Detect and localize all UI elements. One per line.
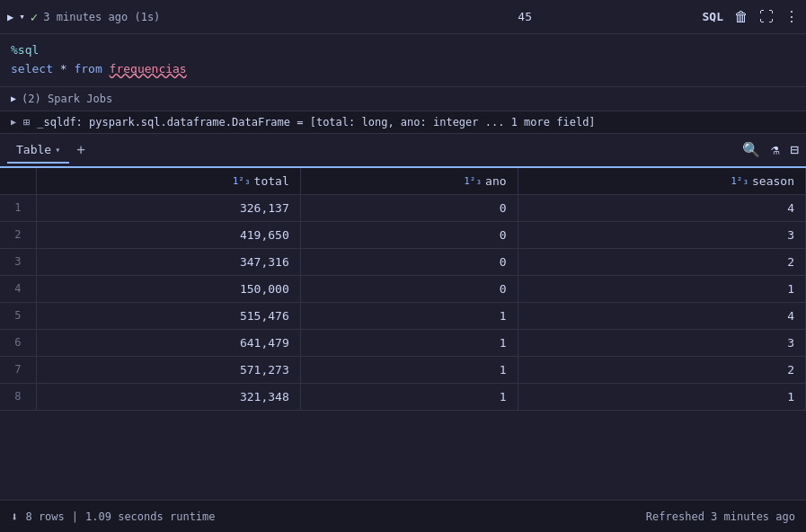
cell-season: 3: [518, 221, 805, 248]
run-button[interactable]: ▶: [7, 11, 13, 23]
code-star: *: [60, 62, 75, 75]
cell-total: 150,000: [36, 275, 300, 302]
row-index: 2: [0, 221, 36, 248]
cell-ano: 1: [300, 302, 518, 329]
footer-separator: |: [72, 510, 78, 523]
spark-jobs-arrow-icon: ▶: [11, 93, 16, 103]
table-row: 8321,34811: [0, 383, 806, 410]
row-index: 8: [0, 383, 36, 410]
cell-season: 2: [518, 356, 805, 383]
spark-jobs-row[interactable]: ▶ (2) Spark Jobs: [0, 87, 806, 111]
status-check-icon: ✓: [31, 10, 38, 24]
cell-ano: 1: [300, 383, 518, 410]
tab-chevron-icon[interactable]: ▾: [55, 145, 60, 155]
results-table: 1²₃ total 1²₃ ano 1²₃ season: [0, 168, 806, 411]
cell-total: 515,476: [36, 302, 300, 329]
runtime-text: 1.09 seconds runtime: [85, 510, 216, 523]
toolbar-left: ▶ ▾ ✓ 3 minutes ago (1s): [7, 10, 348, 24]
keyword-from: from: [74, 62, 102, 75]
schema-text: _sqldf: pyspark.sql.dataframe.DataFrame …: [37, 116, 595, 129]
table-row: 2419,65003: [0, 221, 806, 248]
schema-table-icon: ⊞: [23, 116, 30, 129]
row-index: 7: [0, 356, 36, 383]
total-type-icon: 1²₃: [233, 175, 251, 187]
code-editor[interactable]: %sql select * from frequencias: [0, 34, 806, 87]
delete-button[interactable]: 🗑: [734, 8, 748, 25]
table-name: frequencias: [110, 62, 187, 75]
spark-jobs-label: (2) Spark Jobs: [22, 93, 112, 105]
cell-total: 347,316: [36, 248, 300, 275]
row-index: 1: [0, 194, 36, 221]
row-index: 5: [0, 302, 36, 329]
table-row: 6641,47913: [0, 329, 806, 356]
row-index: 3: [0, 248, 36, 275]
season-col-header[interactable]: 1²₃ season: [518, 168, 805, 195]
cell-total: 419,650: [36, 221, 300, 248]
column-picker-button[interactable]: ⊟: [790, 141, 799, 158]
tab-bar-left: Table ▾ +: [7, 137, 742, 162]
season-col-label: season: [752, 174, 794, 188]
table-row: 1326,13704: [0, 194, 806, 221]
code-line-2: select * from frequencias: [11, 60, 795, 79]
cell-ano: 0: [300, 221, 518, 248]
tab-table-label: Table: [16, 143, 51, 156]
footer-left: ⬇ 8 rows | 1.09 seconds runtime: [11, 510, 216, 524]
cell-season: 3: [518, 329, 805, 356]
table-header-row: 1²₃ total 1²₃ ano 1²₃ season: [0, 168, 806, 195]
cell-total: 641,479: [36, 329, 300, 356]
cell-season: 1: [518, 383, 805, 410]
ano-col-label: ano: [485, 174, 506, 188]
add-tab-button[interactable]: +: [69, 141, 93, 158]
schema-info-bar: ▶ ⊞ _sqldf: pyspark.sql.dataframe.DataFr…: [0, 111, 806, 134]
cell-total: 326,137: [36, 194, 300, 221]
cell-ano: 0: [300, 194, 518, 221]
cell-ano: 1: [300, 356, 518, 383]
index-col-header: [0, 168, 36, 195]
cell-ano: 0: [300, 248, 518, 275]
language-badge: SQL: [703, 10, 723, 23]
season-type-icon: 1²₃: [731, 175, 748, 187]
tab-table[interactable]: Table ▾: [7, 137, 69, 164]
rows-count: 8 rows: [25, 510, 64, 523]
cell-season: 1: [518, 275, 805, 302]
table-row: 4150,00001: [0, 275, 806, 302]
cell-toolbar: ▶ ▾ ✓ 3 minutes ago (1s) 45 SQL 🗑 ⛶ ⋮: [0, 0, 806, 34]
cell-season: 4: [518, 302, 805, 329]
data-table-wrapper: 1²₃ total 1²₃ ano 1²₃ season: [0, 168, 806, 500]
ano-type-icon: 1²₃: [464, 175, 482, 187]
results-footer: ⬇ 8 rows | 1.09 seconds runtime Refreshe…: [0, 500, 806, 532]
ano-col-header[interactable]: 1²₃ ano: [300, 168, 518, 195]
cell-ano: 1: [300, 329, 518, 356]
table-row: 5515,47614: [0, 302, 806, 329]
tab-bar-right: 🔍 ⚗ ⊟: [742, 141, 799, 158]
cell-season: 4: [518, 194, 805, 221]
code-line-1: %sql: [11, 41, 795, 60]
cell-ano: 0: [300, 275, 518, 302]
table-row: 3347,31602: [0, 248, 806, 275]
footer-right: Refreshed 3 minutes ago: [646, 510, 795, 523]
total-col-label: total: [254, 174, 289, 188]
filter-results-button[interactable]: ⚗: [771, 141, 780, 158]
cell-number: 45: [355, 10, 695, 23]
magic-command: %sql: [11, 43, 39, 57]
run-chevron-button[interactable]: ▾: [19, 11, 25, 22]
cell-season: 2: [518, 248, 805, 275]
schema-arrow-icon: ▶: [11, 117, 16, 127]
expand-button[interactable]: ⛶: [759, 8, 774, 25]
row-index: 6: [0, 329, 36, 356]
keyword-select: select: [11, 62, 53, 75]
cell-total: 321,348: [36, 383, 300, 410]
table-body: 1326,137042419,650033347,316024150,00001…: [0, 194, 806, 410]
table-row: 7571,27312: [0, 356, 806, 383]
refreshed-text: Refreshed 3 minutes ago: [646, 510, 795, 523]
total-col-header[interactable]: 1²₃ total: [36, 168, 300, 195]
main-content: %sql select * from frequencias ▶ (2) Spa…: [0, 34, 806, 532]
row-index: 4: [0, 275, 36, 302]
cell-total: 571,273: [36, 356, 300, 383]
result-tab-bar: Table ▾ + 🔍 ⚗ ⊟: [0, 134, 806, 168]
cell-timestamp: 3 minutes ago (1s): [43, 11, 160, 23]
search-results-button[interactable]: 🔍: [742, 141, 760, 158]
more-options-button[interactable]: ⋮: [784, 8, 799, 25]
download-button[interactable]: ⬇: [11, 510, 18, 524]
toolbar-right: SQL 🗑 ⛶ ⋮: [703, 8, 799, 25]
